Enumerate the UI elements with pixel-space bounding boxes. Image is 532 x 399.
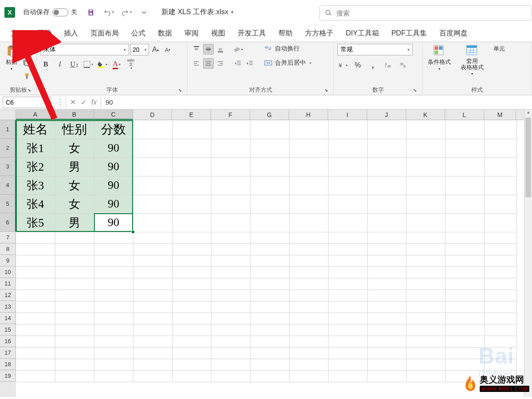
formula-input[interactable]: 90 xyxy=(101,98,532,106)
cell[interactable] xyxy=(16,289,55,301)
tab-home[interactable]: 开始 xyxy=(31,25,58,42)
cell[interactable] xyxy=(484,139,516,157)
cell[interactable] xyxy=(328,157,367,176)
cell[interactable] xyxy=(367,336,406,347)
row-header[interactable]: 16 xyxy=(0,336,16,347)
cell[interactable] xyxy=(328,213,367,232)
cell[interactable] xyxy=(328,336,367,347)
cell[interactable] xyxy=(328,347,367,359)
column-header[interactable]: H xyxy=(289,110,328,120)
tab-fangfang[interactable]: 方方格子 xyxy=(299,25,340,42)
cell-styles-button[interactable]: 单元 xyxy=(492,44,507,54)
cell[interactable] xyxy=(328,120,367,139)
cell[interactable] xyxy=(484,359,516,370)
document-title[interactable]: 新建 XLS 工作表.xlsx ▾ xyxy=(161,8,234,17)
cell[interactable] xyxy=(211,195,250,213)
cell[interactable] xyxy=(55,313,94,324)
cell[interactable] xyxy=(133,359,172,370)
row-header[interactable]: 3 xyxy=(0,157,16,176)
tab-review[interactable]: 审阅 xyxy=(178,25,205,42)
scroll-up-icon[interactable]: ▴ xyxy=(524,110,532,117)
cell[interactable] xyxy=(289,278,328,289)
cell[interactable] xyxy=(328,232,367,243)
cell[interactable] xyxy=(55,347,94,359)
cell[interactable] xyxy=(133,278,172,289)
cell[interactable] xyxy=(94,266,133,278)
cell[interactable] xyxy=(445,213,484,232)
dialog-launcher-icon[interactable]: ⬊ xyxy=(27,88,32,93)
align-bottom-button[interactable] xyxy=(215,44,226,55)
align-left-button[interactable] xyxy=(191,58,202,69)
cell[interactable] xyxy=(367,157,406,176)
row-header[interactable]: 18 xyxy=(0,359,16,370)
cell[interactable] xyxy=(289,243,328,255)
cell[interactable] xyxy=(94,289,133,301)
cell[interactable] xyxy=(55,370,94,382)
cell[interactable] xyxy=(328,255,367,266)
cell[interactable] xyxy=(250,266,289,278)
cell[interactable] xyxy=(16,324,55,336)
cell[interactable] xyxy=(289,120,328,139)
tab-diy-toolbox[interactable]: DIY工具箱 xyxy=(340,25,385,42)
cell[interactable] xyxy=(445,370,484,382)
cell[interactable] xyxy=(211,176,250,195)
cell[interactable] xyxy=(484,213,516,232)
cell[interactable] xyxy=(328,243,367,255)
comma-button[interactable]: , xyxy=(368,60,378,70)
cell[interactable] xyxy=(367,347,406,359)
cell[interactable]: 女 xyxy=(55,195,94,213)
cell[interactable] xyxy=(484,370,516,382)
cell[interactable] xyxy=(133,176,172,195)
cut-button[interactable] xyxy=(22,44,33,55)
cell[interactable] xyxy=(445,232,484,243)
cell[interactable] xyxy=(484,266,516,278)
cell[interactable] xyxy=(289,232,328,243)
cell[interactable] xyxy=(367,370,406,382)
cell[interactable]: 90 xyxy=(94,139,133,157)
cell[interactable] xyxy=(250,255,289,266)
column-header[interactable]: J xyxy=(367,110,406,120)
column-header[interactable]: B xyxy=(55,110,94,120)
cell[interactable]: 90 xyxy=(94,213,133,232)
cell[interactable] xyxy=(289,324,328,336)
cell[interactable] xyxy=(211,266,250,278)
bold-button[interactable]: B xyxy=(40,59,51,70)
cell[interactable]: 男 xyxy=(55,157,94,176)
cell[interactable] xyxy=(289,289,328,301)
cell[interactable] xyxy=(55,232,94,243)
cell[interactable] xyxy=(367,301,406,313)
dialog-launcher-icon[interactable]: ⬊ xyxy=(324,88,329,93)
cell[interactable] xyxy=(289,157,328,176)
copy-button[interactable] xyxy=(22,57,33,68)
cell[interactable] xyxy=(250,243,289,255)
cell[interactable] xyxy=(445,255,484,266)
cell[interactable] xyxy=(328,278,367,289)
cell[interactable] xyxy=(289,176,328,195)
cell[interactable] xyxy=(211,347,250,359)
italic-button[interactable]: I xyxy=(55,59,65,70)
cell[interactable] xyxy=(445,301,484,313)
cell[interactable] xyxy=(172,289,211,301)
cell[interactable] xyxy=(328,289,367,301)
column-header[interactable]: C xyxy=(94,110,133,120)
cell[interactable]: 分数 xyxy=(94,120,133,139)
cell[interactable] xyxy=(133,336,172,347)
cell[interactable] xyxy=(133,266,172,278)
save-button[interactable] xyxy=(85,7,97,18)
cell[interactable] xyxy=(367,278,406,289)
underline-button[interactable]: U xyxy=(69,59,79,70)
cell[interactable] xyxy=(94,278,133,289)
number-format-select[interactable]: 常规▾ xyxy=(337,44,413,55)
cell[interactable]: 张4 xyxy=(16,195,55,213)
cell[interactable] xyxy=(172,243,211,255)
cell[interactable] xyxy=(211,301,250,313)
cell[interactable] xyxy=(406,347,445,359)
cancel-formula-button[interactable]: ✕ xyxy=(69,98,77,106)
cell[interactable] xyxy=(289,370,328,382)
decrease-font-button[interactable]: A▾ xyxy=(162,44,173,55)
cell[interactable] xyxy=(328,301,367,313)
cell[interactable] xyxy=(289,139,328,157)
cell[interactable] xyxy=(94,232,133,243)
cell[interactable] xyxy=(94,255,133,266)
percent-button[interactable]: % xyxy=(352,60,363,70)
